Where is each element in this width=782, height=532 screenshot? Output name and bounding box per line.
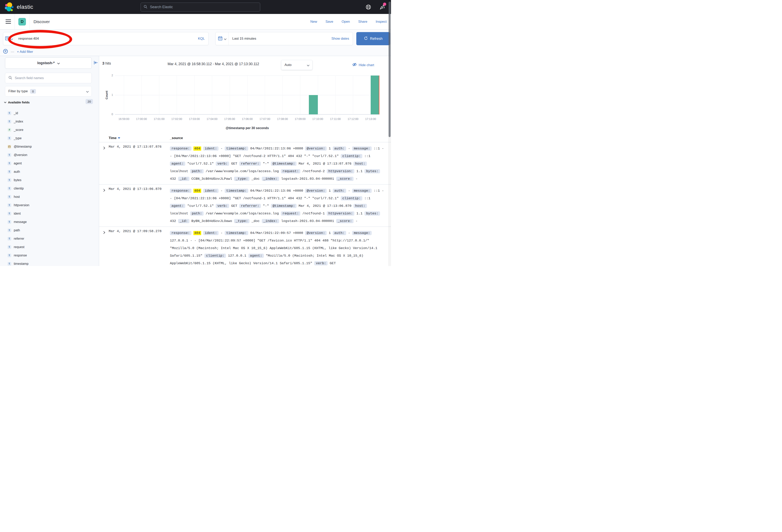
row-timestamp: Mar 4, 2021 @ 17:09:58.278: [109, 229, 162, 233]
open-button[interactable]: Open: [342, 20, 350, 24]
discover-app-badge[interactable]: D: [19, 18, 26, 26]
field-value: GET: [231, 204, 237, 208]
index-pattern-select[interactable]: logstash-*: [5, 58, 92, 69]
newsfeed-party-icon[interactable]: [380, 4, 385, 10]
filter-dash: —: [11, 50, 14, 54]
date-picker[interactable]: Last 15 minutes Show dates: [215, 32, 353, 45]
field-value: ::1: [364, 154, 370, 158]
x-axis-tick: 17:01:00: [154, 117, 165, 120]
menu-hamburger-icon[interactable]: [6, 20, 11, 24]
discover-main: 3 hits Mar 4, 2021 @ 16:58:30.112 - Mar …: [99, 56, 391, 266]
field-value: GET: [330, 261, 336, 265]
hide-chart-button[interactable]: Hide chart: [352, 62, 374, 68]
field-search-box[interactable]: [5, 73, 92, 83]
field-label: bytes: [14, 178, 21, 182]
add-filter-button[interactable]: + Add filter: [17, 50, 33, 54]
field-item-bytes[interactable]: tbytes: [0, 176, 99, 184]
field-label: _index: [14, 120, 23, 123]
interval-value: Auto: [285, 63, 291, 67]
field-item-clientip[interactable]: tclientip: [0, 184, 99, 193]
field-value: -: [348, 189, 350, 193]
interval-select[interactable]: Auto: [281, 60, 313, 70]
column-header-time[interactable]: Time: [109, 136, 120, 140]
field-value: 127.0.0.1: [228, 254, 246, 258]
histogram-bar-17:13:00[interactable]: [371, 76, 380, 114]
field-key-badge: message:: [352, 231, 372, 235]
field-label: auth: [14, 170, 20, 174]
field-item-_type[interactable]: t_type: [0, 134, 99, 143]
field-item-auth[interactable]: tauth: [0, 167, 99, 176]
field-item-@timestamp[interactable]: @timestamp: [0, 143, 99, 151]
query-language-button[interactable]: KQL: [198, 37, 208, 41]
expand-row-icon[interactable]: [102, 189, 105, 192]
field-item-_id[interactable]: t_id: [0, 109, 99, 117]
field-key-badge: verb:: [216, 162, 229, 166]
field-item-timestamp[interactable]: ttimestamp: [0, 260, 99, 266]
field-item-agent[interactable]: tagent: [0, 159, 99, 167]
histogram-bar-17:09:30[interactable]: [309, 95, 318, 115]
field-item-_index[interactable]: t_index: [0, 117, 99, 126]
fields-list: t_idt_index#_scoret_type@timestampt@vers…: [0, 109, 99, 266]
refresh-button[interactable]: Refresh: [356, 32, 390, 45]
field-key-badge: timestamp:: [225, 231, 248, 235]
field-item-host[interactable]: thost: [0, 193, 99, 201]
expand-row-icon[interactable]: [102, 231, 105, 234]
inspect-button[interactable]: Inspect: [376, 20, 387, 24]
field-item-@version[interactable]: t@version: [0, 151, 99, 159]
new-button[interactable]: New: [310, 20, 317, 24]
field-key-badge: host:: [354, 204, 367, 208]
field-item-message[interactable]: tmessage: [0, 218, 99, 226]
field-value: _doc: [252, 219, 260, 223]
field-key-badge: referrer:: [239, 162, 261, 166]
saved-query-menu[interactable]: [3, 32, 15, 45]
available-fields-count-badge: 20: [85, 99, 93, 104]
x-axis-tick: 17:03:00: [189, 117, 200, 120]
query-input[interactable]: [15, 37, 198, 41]
filter-type-count-badge: 0: [30, 89, 36, 93]
available-fields-toggle[interactable]: Available fields: [4, 101, 30, 104]
filter-list-icon[interactable]: [3, 49, 8, 54]
chevron-down-icon: [86, 90, 89, 93]
global-search-input[interactable]: [150, 5, 250, 9]
field-value: Mar 4, 2021 @ 17:13:06.870: [299, 204, 352, 208]
refresh-label: Refresh: [370, 37, 383, 41]
field-item-request[interactable]: trequest: [0, 243, 99, 251]
field-key-badge: clientip:: [204, 254, 226, 258]
chevron-down-icon: [4, 101, 6, 103]
scrollbar[interactable]: [388, 0, 391, 266]
time-range-value[interactable]: Last 15 minutes: [232, 37, 256, 41]
help-lifebuoy-icon[interactable]: [365, 4, 371, 10]
table-row: Mar 4, 2021 @ 17:09:58.278response: 404 …: [99, 227, 391, 266]
show-dates-button[interactable]: Show dates: [331, 37, 349, 41]
y-axis-tick: 0: [108, 113, 113, 116]
global-search-box[interactable]: [141, 3, 260, 11]
field-item-response[interactable]: tresponse: [0, 251, 99, 260]
field-value: 432: [170, 219, 176, 223]
field-value: /var/www/example.com/logs/access.log: [206, 212, 279, 216]
scrollbar-thumb[interactable]: [389, 2, 391, 137]
eye-slash-icon: [352, 62, 357, 68]
field-item-referrer[interactable]: treferrer: [0, 234, 99, 243]
field-item-_score[interactable]: #_score: [0, 126, 99, 134]
save-button[interactable]: Save: [325, 20, 333, 24]
field-value: logstash-2021.03.04-000001: [281, 219, 334, 223]
column-header-source: _source: [170, 136, 183, 140]
row-source: response: 404 ident: - timestamp: 04/Mar…: [170, 229, 385, 266]
field-key-badge: response:: [170, 231, 191, 235]
x-axis-tick: 17:09:00: [295, 117, 306, 120]
field-item-httpversion[interactable]: thttpversion: [0, 201, 99, 210]
x-axis-tick: 17:12:00: [348, 117, 358, 120]
field-item-ident[interactable]: tident: [0, 210, 99, 218]
field-value: "-": [263, 162, 269, 165]
query-bar[interactable]: KQL: [3, 32, 209, 45]
field-key-badge: bytes:: [364, 169, 380, 173]
filter-by-type-select[interactable]: Filter by type 0: [5, 86, 92, 97]
date-quick-menu[interactable]: [216, 32, 229, 45]
row-source: response: 404 ident: - timestamp: 04/Mar…: [170, 145, 385, 183]
collapse-sidebar-icon[interactable]: [94, 61, 98, 66]
expand-row-icon[interactable]: [102, 147, 105, 149]
field-item-path[interactable]: tpath: [0, 226, 99, 234]
string-type-icon: t: [8, 254, 11, 257]
share-button[interactable]: Share: [358, 20, 367, 24]
field-search-input[interactable]: [15, 76, 82, 80]
